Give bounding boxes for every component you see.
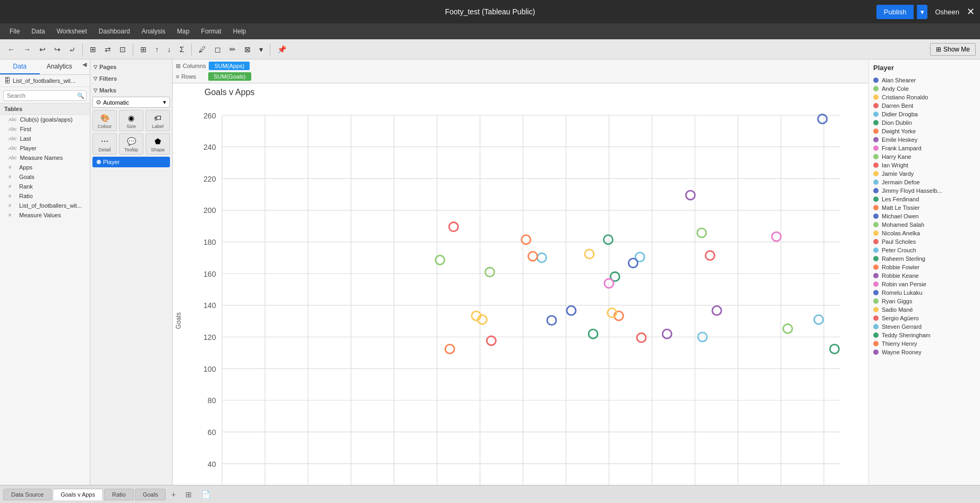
datasource-item[interactable]: 🗄 List_of_footballers_wit... (0, 75, 90, 87)
field-measure-values[interactable]: # Measure Values (0, 210, 90, 220)
tab-goals[interactable]: Goals (135, 489, 166, 500)
legend-item[interactable]: Nicolas Anelka (873, 229, 976, 237)
dot-paul-scholes[interactable] (637, 333, 646, 342)
toolbar-dropdown[interactable]: ▾ (256, 43, 266, 56)
legend-item[interactable]: Paul Scholes (873, 237, 976, 246)
label-button[interactable]: 🏷 Label (146, 110, 170, 131)
field-rank[interactable]: # Rank (0, 182, 90, 191)
tab-ratio[interactable]: Ratio (104, 489, 134, 500)
legend-item[interactable]: Thierry Henry (873, 339, 976, 348)
dot-alan-shearer[interactable] (818, 114, 827, 123)
menu-help[interactable]: Help (228, 25, 252, 37)
legend-item[interactable]: Emile Heskey (873, 135, 976, 144)
toolbar-pin[interactable]: 📌 (274, 43, 289, 56)
dot-frank-lampard[interactable] (772, 232, 781, 241)
new-sheet-button[interactable]: + (167, 488, 180, 501)
menu-map[interactable]: Map (172, 25, 194, 37)
toolbar-format[interactable]: ⊠ (241, 43, 254, 56)
field-last[interactable]: Abc Last (0, 134, 90, 143)
legend-item[interactable]: Les Ferdinand (873, 195, 976, 203)
legend-item[interactable]: Cristiano Ronaldo (873, 93, 976, 101)
dot-didier-drogba[interactable] (538, 253, 547, 262)
new-dashboard-button[interactable]: ⊞ (181, 488, 196, 501)
tab-data[interactable]: Data (0, 59, 40, 74)
toolbar-sort-desc[interactable]: ↓ (164, 43, 174, 56)
legend-item[interactable]: Darren Bent (873, 101, 976, 110)
legend-item[interactable]: Michael Owen (873, 212, 976, 220)
toolbar-back[interactable]: ← (4, 43, 18, 56)
rows-pill[interactable]: SUM(Goals) (208, 72, 251, 81)
toolbar-swap[interactable]: ⇄ (101, 43, 114, 56)
toolbar-new-ds[interactable]: ⊞ (87, 43, 99, 56)
legend-item[interactable]: Robbie Keane (873, 271, 976, 280)
legend-item[interactable]: Sadio Mané (873, 305, 976, 314)
tab-data-source[interactable]: Data Source (3, 489, 52, 500)
dot-sergio-aguero[interactable] (449, 223, 458, 232)
dot-robbie-keane[interactable] (712, 306, 721, 315)
legend-item[interactable]: Jermain Defoe (873, 178, 976, 186)
dot-romelu-lukaku[interactable] (547, 316, 556, 325)
legend-item[interactable]: Ryan Giggs (873, 297, 976, 305)
toolbar-redo2[interactable]: ⤾ (66, 43, 79, 56)
legend-item[interactable]: Steven Gerrard (873, 322, 976, 331)
toolbar-forward[interactable]: → (20, 43, 34, 56)
field-first[interactable]: Abc First (0, 124, 90, 134)
dot-ian-wright[interactable] (705, 251, 714, 260)
toolbar-highlight[interactable]: 🖊 (195, 43, 209, 56)
toolbar-sum[interactable]: Σ (176, 43, 188, 56)
legend-item[interactable]: Dion Dublin (873, 118, 976, 127)
dot-steven-gerrard[interactable] (814, 315, 823, 324)
legend-item[interactable]: Robbie Fowler (873, 263, 976, 271)
menu-analysis[interactable]: Analysis (137, 25, 171, 37)
dot-harry-kane[interactable] (485, 268, 495, 277)
legend-item[interactable]: Robin van Persie (873, 280, 976, 288)
field-ratio[interactable]: # Ratio (0, 191, 90, 201)
toolbar-fit[interactable]: ⊞ (137, 43, 150, 56)
legend-item[interactable]: Andy Cole (873, 84, 976, 93)
legend-item[interactable]: Dwight Yorke (873, 127, 976, 135)
dot-cristiano-ronaldo[interactable] (585, 250, 594, 259)
shape-button[interactable]: ⬟ Shape (146, 133, 170, 155)
marks-type-dropdown[interactable]: ⊙ Automatic ▾ (92, 97, 170, 108)
dot-michael-owen[interactable] (628, 259, 637, 268)
legend-item[interactable]: Jimmy Floyd Hasselb... (873, 186, 976, 195)
dot-andy-cole[interactable] (697, 228, 706, 237)
size-button[interactable]: ◉ Size (119, 110, 143, 131)
dot-darren-bent[interactable] (487, 336, 496, 345)
toolbar-redo[interactable]: ↪ (51, 43, 64, 56)
tab-analytics[interactable]: Analytics (40, 59, 80, 74)
dot-jimmy-floyd[interactable] (567, 306, 576, 315)
show-me-button[interactable]: ⊞ Show Me (930, 43, 976, 56)
menu-worksheet[interactable]: Worksheet (52, 25, 92, 37)
dot-robbie-fowler[interactable] (529, 252, 538, 261)
field-player[interactable]: Abc Player (0, 143, 90, 153)
legend-item[interactable]: Didier Drogba (873, 110, 976, 118)
dot-ryan-giggs[interactable] (783, 324, 792, 333)
legend-item[interactable]: Ian Wright (873, 161, 976, 169)
detail-button[interactable]: ⋯ Detail (92, 133, 117, 155)
menu-format[interactable]: Format (196, 25, 227, 37)
dot-teddy-sheringham[interactable] (830, 345, 839, 354)
menu-file[interactable]: File (4, 25, 25, 37)
legend-item[interactable]: Peter Crouch (873, 246, 976, 254)
search-input[interactable] (3, 90, 87, 101)
publish-button[interactable]: Publish (876, 5, 914, 19)
legend-item[interactable]: Romelu Lukaku (873, 288, 976, 297)
legend-item[interactable]: Wayne Rooney (873, 348, 976, 356)
field-goals[interactable]: # Goals (0, 172, 90, 182)
close-button[interactable]: ✕ (967, 6, 975, 18)
menu-data[interactable]: Data (26, 25, 50, 37)
legend-item[interactable]: Teddy Sheringham (873, 331, 976, 339)
field-apps[interactable]: # Apps (0, 163, 90, 172)
tab-goals-v-apps[interactable]: Goals v Apps (53, 489, 103, 500)
columns-pill[interactable]: SUM(Apps) (209, 62, 250, 70)
legend-item[interactable]: Raheem Sterling (873, 254, 976, 263)
field-clubs[interactable]: Abc Club(s) (goals/apps) (0, 115, 90, 124)
legend-item[interactable]: Harry Kane (873, 152, 976, 161)
legend-item[interactable]: Matt Le Tissier (873, 203, 976, 212)
dot-matt-le-tissier[interactable] (445, 345, 454, 354)
toolbar-clear[interactable]: ⊡ (116, 43, 129, 56)
menu-dashboard[interactable]: Dashboard (93, 25, 135, 37)
player-pill[interactable]: Player (92, 157, 170, 167)
toolbar-tooltip[interactable]: ◻ (211, 43, 224, 56)
